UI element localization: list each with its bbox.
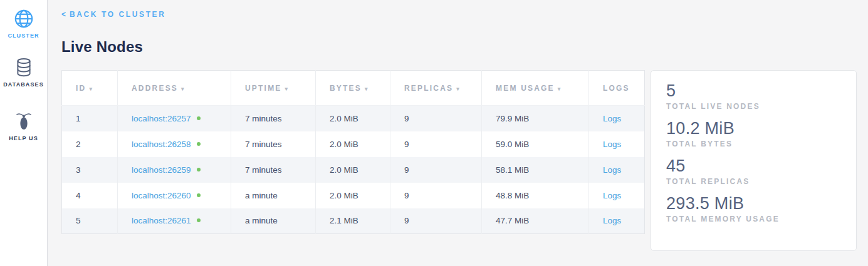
node-replicas: 9 xyxy=(390,157,482,183)
node-bytes: 2.0 MiB xyxy=(316,106,390,131)
stat-value: 293.5 MiB xyxy=(666,194,841,213)
sort-arrow-icon: ▾ xyxy=(285,86,290,92)
node-address-link[interactable]: localhost:26261 xyxy=(132,216,191,225)
column-header-bytes[interactable]: BYTES▾ xyxy=(316,71,390,106)
node-logs-cell: Logs xyxy=(589,131,645,157)
node-id: 1 xyxy=(62,106,118,131)
node-mem-usage: 48.8 MiB xyxy=(482,183,589,208)
sort-arrow-icon: ▾ xyxy=(456,86,461,92)
node-bytes: 2.0 MiB xyxy=(316,131,390,157)
logs-link[interactable]: Logs xyxy=(603,216,621,225)
stat-label: TOTAL LIVE NODES xyxy=(666,102,841,111)
node-logs-cell: Logs xyxy=(589,106,645,131)
node-address-link[interactable]: localhost:26258 xyxy=(132,140,191,149)
stat-total-bytes: 10.2 MiB TOTAL BYTES xyxy=(666,119,841,148)
column-header-mem-usage[interactable]: MEM USAGE▾ xyxy=(482,71,589,106)
main-content: <BACK TO CLUSTER Live Nodes ID▾ ADDRESS▾… xyxy=(48,0,868,266)
sort-arrow-icon: ▾ xyxy=(558,86,562,92)
node-logs-cell: Logs xyxy=(589,157,645,183)
node-bytes: 2.1 MiB xyxy=(316,208,390,234)
bug-icon xyxy=(14,111,34,132)
table-row: 4 localhost:26260 a minute 2.0 MiB 9 48.… xyxy=(62,183,645,208)
node-replicas: 9 xyxy=(390,208,482,234)
node-logs-cell: Logs xyxy=(589,183,645,208)
back-to-cluster-link[interactable]: <BACK TO CLUSTER xyxy=(61,10,165,19)
node-replicas: 9 xyxy=(390,183,482,208)
node-mem-usage: 79.9 MiB xyxy=(482,106,589,131)
live-status-dot-icon xyxy=(197,218,201,222)
page-title: Live Nodes xyxy=(61,38,868,56)
node-id: 4 xyxy=(62,183,118,208)
node-uptime: a minute xyxy=(231,183,316,208)
live-status-dot-icon xyxy=(197,193,201,197)
node-replicas: 9 xyxy=(390,131,482,157)
logs-link[interactable]: Logs xyxy=(603,114,621,123)
table-header-row: ID▾ ADDRESS▾ UPTIME▾ BYTES▾ REPLICAS▾ ME… xyxy=(62,71,645,106)
node-id: 5 xyxy=(62,208,118,234)
node-uptime: a minute xyxy=(231,208,316,234)
node-address-cell: localhost:26259 xyxy=(118,157,231,183)
node-uptime: 7 minutes xyxy=(231,157,316,183)
node-mem-usage: 58.1 MiB xyxy=(482,157,589,183)
stat-total-replicas: 45 TOTAL REPLICAS xyxy=(666,156,841,186)
column-header-replicas[interactable]: REPLICAS▾ xyxy=(390,71,482,106)
column-header-id[interactable]: ID▾ xyxy=(62,71,118,106)
node-address-cell: localhost:26261 xyxy=(118,208,231,234)
back-link-label: BACK TO CLUSTER xyxy=(70,10,165,19)
stat-label: TOTAL MEMORY USAGE xyxy=(666,215,841,223)
node-address-link[interactable]: localhost:26260 xyxy=(132,191,191,200)
cluster-summary-card: 5 TOTAL LIVE NODES 10.2 MiB TOTAL BYTES … xyxy=(651,70,857,251)
node-uptime: 7 minutes xyxy=(231,131,316,157)
stat-value: 5 xyxy=(666,81,841,101)
column-header-address[interactable]: ADDRESS▾ xyxy=(118,71,231,106)
stat-total-live-nodes: 5 TOTAL LIVE NODES xyxy=(666,81,841,111)
node-mem-usage: 59.0 MiB xyxy=(482,131,589,157)
databases-icon xyxy=(14,57,34,78)
table-row: 3 localhost:26259 7 minutes 2.0 MiB 9 58… xyxy=(62,157,645,183)
table-row: 2 localhost:26258 7 minutes 2.0 MiB 9 59… xyxy=(62,131,645,157)
sort-arrow-icon: ▾ xyxy=(89,86,93,92)
node-bytes: 2.0 MiB xyxy=(316,183,390,208)
logs-link[interactable]: Logs xyxy=(603,191,621,200)
node-address-cell: localhost:26257 xyxy=(118,106,231,131)
sidebar-item-cluster[interactable]: CLUSTER xyxy=(0,8,47,39)
node-address-cell: localhost:26258 xyxy=(118,131,231,157)
sort-arrow-icon: ▾ xyxy=(365,86,369,92)
stat-total-memory-usage: 293.5 MiB TOTAL MEMORY USAGE xyxy=(666,194,841,223)
sidebar-item-label: HELP US xyxy=(9,135,38,141)
node-id: 2 xyxy=(62,131,118,157)
live-nodes-table: ID▾ ADDRESS▾ UPTIME▾ BYTES▾ REPLICAS▾ ME… xyxy=(61,70,645,234)
node-id: 3 xyxy=(62,157,118,183)
chevron-left-icon: < xyxy=(61,10,66,19)
sidebar-item-databases[interactable]: DATABASES xyxy=(0,57,47,88)
sidebar-item-label: DATABASES xyxy=(3,81,44,88)
stat-label: TOTAL BYTES xyxy=(666,140,841,148)
column-header-uptime[interactable]: UPTIME▾ xyxy=(231,71,316,106)
stat-label: TOTAL REPLICAS xyxy=(666,177,841,186)
sidebar: CLUSTER DATABASES HELP US xyxy=(0,0,48,266)
node-logs-cell: Logs xyxy=(589,208,645,234)
node-address-link[interactable]: localhost:26257 xyxy=(132,114,191,123)
live-status-dot-icon xyxy=(197,142,201,146)
sort-arrow-icon: ▾ xyxy=(181,86,186,92)
node-uptime: 7 minutes xyxy=(231,106,316,131)
live-status-dot-icon xyxy=(197,116,201,120)
column-header-logs: LOGS xyxy=(589,71,645,106)
node-address-link[interactable]: localhost:26259 xyxy=(132,165,191,175)
logs-link[interactable]: Logs xyxy=(603,165,621,175)
node-address-cell: localhost:26260 xyxy=(118,183,231,208)
stat-value: 10.2 MiB xyxy=(666,119,841,138)
node-mem-usage: 47.7 MiB xyxy=(482,208,589,234)
globe-icon xyxy=(13,8,34,29)
logs-link[interactable]: Logs xyxy=(603,140,621,149)
sidebar-item-help-us[interactable]: HELP US xyxy=(0,111,47,141)
sidebar-item-label: CLUSTER xyxy=(8,33,39,39)
table-row: 5 localhost:26261 a minute 2.1 MiB 9 47.… xyxy=(62,208,645,234)
table-row: 1 localhost:26257 7 minutes 2.0 MiB 9 79… xyxy=(62,106,645,131)
live-status-dot-icon xyxy=(197,168,201,171)
node-replicas: 9 xyxy=(390,106,482,131)
node-bytes: 2.0 MiB xyxy=(316,157,390,183)
stat-value: 45 xyxy=(666,156,841,176)
